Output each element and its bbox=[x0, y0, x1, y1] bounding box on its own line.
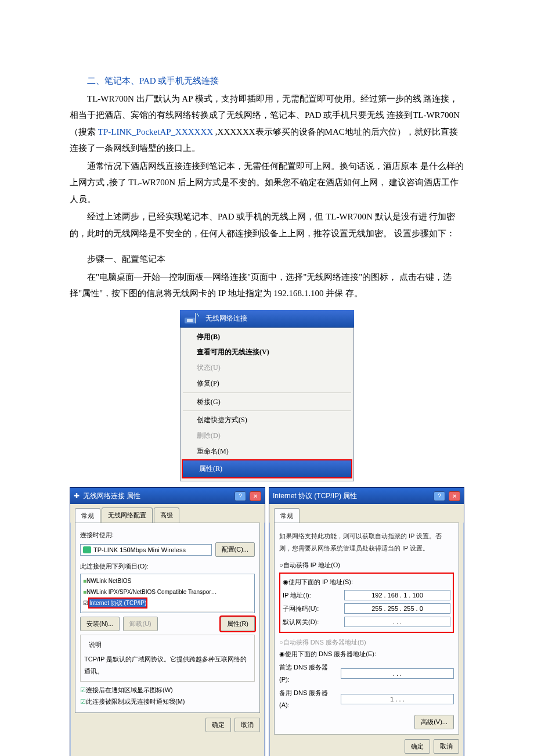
svg-point-3 bbox=[197, 314, 198, 315]
tcpip-properties-dialog: Internet 协议 (TCP/IP) 属性 ? ✕ 常规 如果网络支持此功能… bbox=[269, 487, 464, 756]
radio-auto-dns: 自动获得 DNS 服务器地址(B) bbox=[279, 636, 454, 649]
uses-items-label: 此连接使用下列项目(O): bbox=[80, 560, 255, 573]
paragraph-1: TL-WR700N 出厂默认为 AP 模式，支持即插即用，无需配置即可使用。经过… bbox=[70, 91, 464, 157]
dialog-titlebar: Internet 协议 (TCP/IP) 属性 ? ✕ bbox=[269, 488, 464, 505]
ip-label: IP 地址(I): bbox=[283, 589, 341, 602]
show-icon-checkbox[interactable]: 连接后在通知区域显示图标(W) bbox=[80, 684, 255, 696]
uninstall-button: 卸载(U) bbox=[123, 617, 157, 631]
menu-item-rename[interactable]: 重命名(M) bbox=[181, 444, 353, 459]
tabs: 常规 无线网络配置 高级 bbox=[70, 504, 265, 523]
dns1-input[interactable]: . . . bbox=[341, 668, 454, 679]
configure-button[interactable]: 配置(C)... bbox=[215, 542, 255, 557]
cancel-button[interactable]: 取消 bbox=[434, 739, 459, 754]
tab-wireless[interactable]: 无线网络配置 bbox=[102, 507, 153, 523]
menu-separator bbox=[183, 411, 351, 411]
ip-settings-highlight: 使用下面的 IP 地址(S): IP 地址(I): 192 . 168 . 1 … bbox=[279, 573, 454, 633]
dialog-pair-figure: ✚ 无线网络连接 属性 ? ✕ 常规 无线网络配置 高级 连接时使用: TP-L… bbox=[70, 487, 464, 756]
menu-item-properties[interactable]: 属性(R) bbox=[182, 459, 352, 478]
wireless-icon bbox=[183, 312, 202, 326]
menu-item-disable[interactable]: 停用(B) bbox=[181, 329, 353, 345]
radio-use-dns[interactable]: 使用下面的 DNS 服务器地址(E): bbox=[279, 648, 454, 660]
subnet-mask-input[interactable]: 255 . 255 . 255 . 0 bbox=[344, 603, 450, 614]
dns1-label: 首选 DNS 服务器(P): bbox=[279, 661, 337, 686]
paragraph-2: 通常情况下酒店网线直接连接到笔记本，无需任何配置即可上网。换句话说，酒店原本 是… bbox=[70, 158, 464, 208]
dialog-title: Internet 协议 (TCP/IP) 属性 bbox=[273, 489, 430, 503]
paragraph-3: 经过上述两步，已经实现笔记本、PAD 或手机的无线上网，但 TL-WR700N … bbox=[70, 208, 464, 242]
description-group: 说明 TCP/IP 是默认的广域网协议。它提供跨越多种互联网络的通讯。 bbox=[80, 635, 255, 682]
svg-rect-2 bbox=[195, 313, 196, 323]
adapter-name: TP-LINK 150Mbps Mini Wireless bbox=[93, 545, 186, 555]
list-item[interactable]: NWLink NetBIOS bbox=[82, 575, 253, 586]
menu-item-status: 状态(U) bbox=[181, 360, 353, 376]
dialog-body: 连接时使用: TP-LINK 150Mbps Mini Wireless 配置(… bbox=[75, 523, 260, 713]
adapter-icon bbox=[83, 546, 91, 553]
tab-advanced[interactable]: 高级 bbox=[154, 507, 179, 523]
header-text: 无线网络连接 bbox=[205, 312, 247, 325]
menu-item-delete: 删除(D) bbox=[181, 428, 353, 444]
menu-separator bbox=[183, 393, 351, 393]
gateway-label: 默认网关(D): bbox=[283, 616, 341, 628]
dialog-body: 如果网络支持此功能，则可以获取自动指派的 IP 设置。否则，您需要从网络系统管理… bbox=[274, 523, 459, 734]
context-menu: 停用(B) 查看可用的无线连接(V) 状态(U) 修复(P) 桥接(G) 创建快… bbox=[180, 327, 354, 481]
mask-label: 子网掩码(U): bbox=[283, 603, 341, 615]
dns2-input[interactable]: 1 . . . bbox=[341, 694, 454, 704]
wireless-properties-dialog: ✚ 无线网络连接 属性 ? ✕ 常规 无线网络配置 高级 连接时使用: TP-L… bbox=[70, 487, 265, 756]
list-item[interactable]: NWLink IPX/SPX/NetBIOS Compatible Transp… bbox=[82, 586, 253, 597]
list-item-tcpip[interactable]: Internet 协议 (TCP/IP) bbox=[88, 597, 147, 609]
dialog-title: 无线网络连接 属性 bbox=[83, 489, 231, 503]
tab-general[interactable]: 常规 bbox=[274, 508, 300, 523]
connect-using-label: 连接时使用: bbox=[80, 529, 255, 541]
step1-title: 步骤一、配置笔记本 bbox=[70, 251, 464, 268]
close-button[interactable]: ✕ bbox=[449, 491, 460, 501]
svg-rect-1 bbox=[187, 319, 193, 322]
tabs: 常规 bbox=[269, 504, 464, 523]
dialog-footer: 确定 取消 bbox=[70, 718, 265, 737]
properties-button[interactable]: 属性(R) bbox=[221, 617, 255, 631]
dialog-footer: 确定 取消 bbox=[269, 739, 464, 756]
help-button[interactable]: ? bbox=[434, 491, 445, 501]
ssid-label: TP-LINK_PocketAP_XXXXXX bbox=[98, 127, 213, 136]
cancel-button[interactable]: 取消 bbox=[234, 718, 260, 732]
description-text: TCP/IP 是默认的广域网协议。它提供跨越多种互联网络的通讯。 bbox=[84, 653, 251, 678]
adapter-field: TP-LINK 150Mbps Mini Wireless bbox=[80, 544, 212, 556]
gateway-input[interactable]: . . . bbox=[344, 617, 450, 627]
radio-use-ip[interactable]: 使用下面的 IP 地址(S): bbox=[283, 576, 450, 588]
section-title: 二、笔记本、PAD 或手机无线连接 bbox=[70, 73, 464, 89]
notify-limited-checkbox[interactable]: 此连接被限制或无连接时通知我(M) bbox=[80, 696, 255, 708]
document-page: 二、笔记本、PAD 或手机无线连接 TL-WR700N 出厂默认为 AP 模式，… bbox=[0, 0, 534, 756]
plus-icon: ✚ bbox=[74, 489, 80, 503]
dns2-label: 备用 DNS 服务器(A): bbox=[279, 687, 337, 711]
dialog-titlebar: ✚ 无线网络连接 属性 ? ✕ bbox=[70, 488, 265, 505]
ip-address-input[interactable]: 192 . 168 . 1 . 100 bbox=[344, 590, 450, 600]
ok-button[interactable]: 确定 bbox=[405, 739, 430, 754]
context-menu-figure: 无线网络连接 停用(B) 查看可用的无线连接(V) 状态(U) 修复(P) 桥接… bbox=[180, 310, 354, 481]
menu-item-shortcut[interactable]: 创建快捷方式(S) bbox=[181, 412, 353, 428]
svg-point-4 bbox=[198, 315, 199, 316]
advanced-button[interactable]: 高级(V)... bbox=[414, 715, 454, 729]
install-button[interactable]: 安装(N)... bbox=[80, 617, 120, 631]
step1-text: 在"电脑桌面—开始—控制面板—网络连接"页面中，选择"无线网络连接"的图标， 点… bbox=[70, 269, 464, 302]
menu-item-repair[interactable]: 修复(P) bbox=[181, 376, 353, 391]
help-button[interactable]: ? bbox=[234, 491, 246, 501]
close-button[interactable]: ✕ bbox=[250, 491, 261, 501]
scrollbar-hint[interactable]: ◄► bbox=[82, 611, 253, 613]
components-list[interactable]: NWLink NetBIOS NWLink IPX/SPX/NetBIOS Co… bbox=[80, 574, 255, 613]
menu-item-view-networks[interactable]: 查看可用的无线连接(V) bbox=[181, 344, 353, 360]
info-note: 如果网络支持此功能，则可以获取自动指派的 IP 设置。否则，您需要从网络系统管理… bbox=[279, 530, 454, 555]
ok-button[interactable]: 确定 bbox=[205, 718, 231, 732]
menu-item-bridge[interactable]: 桥接(G) bbox=[181, 394, 353, 410]
tab-general[interactable]: 常规 bbox=[75, 508, 100, 523]
radio-auto-ip[interactable]: 自动获得 IP 地址(O) bbox=[279, 559, 454, 571]
description-label: 说明 bbox=[86, 639, 104, 651]
wireless-connection-header: 无线网络连接 bbox=[180, 310, 354, 327]
